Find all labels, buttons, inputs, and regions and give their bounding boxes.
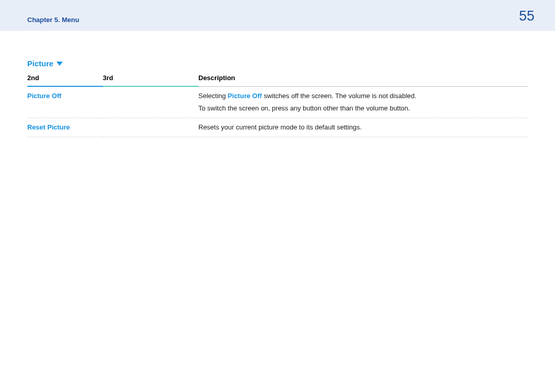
triangle-down-icon xyxy=(57,62,63,66)
menu-table: 2nd 3rd Description Picture Off Selectin… xyxy=(27,74,528,137)
table-cell-3rd xyxy=(103,86,198,118)
table-cell-description: Selecting Picture Off switches off the s… xyxy=(198,86,528,118)
chapter-label: Chapter 5. Menu xyxy=(27,16,79,24)
page-content: Picture 2nd 3rd Description Picture Off … xyxy=(0,31,555,137)
table-cell-description: Resets your current picture mode to its … xyxy=(198,118,528,137)
desc-text-post: switches off the screen. The volume is n… xyxy=(262,92,417,100)
table-row: Picture Off Selecting Picture Off switch… xyxy=(27,86,528,118)
page-header: Chapter 5. Menu 55 xyxy=(0,0,555,31)
table-header-3rd: 3rd xyxy=(103,74,198,86)
desc-text-pre: Selecting xyxy=(198,92,228,100)
table-header-2nd: 2nd xyxy=(27,74,103,86)
section-title-text: Picture xyxy=(27,59,53,68)
desc-text-post: Resets your current picture mode to its … xyxy=(198,123,362,131)
table-cell-2nd: Reset Picture xyxy=(27,118,103,137)
table-cell-3rd xyxy=(103,118,198,137)
desc-line2: To switch the screen on, press any butto… xyxy=(198,103,526,114)
table-header-description: Description xyxy=(198,74,528,86)
desc-highlight: Picture Off xyxy=(228,92,262,100)
section-title: Picture xyxy=(27,59,528,68)
table-row: Reset Picture Resets your current pictur… xyxy=(27,118,528,137)
table-header-row: 2nd 3rd Description xyxy=(27,74,528,86)
page-number: 55 xyxy=(519,8,534,24)
table-cell-2nd: Picture Off xyxy=(27,86,103,118)
